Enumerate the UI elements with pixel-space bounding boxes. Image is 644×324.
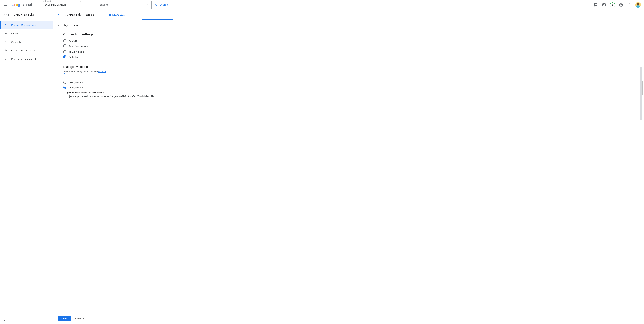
radio-icon: [63, 55, 66, 58]
sidebar-item-oauth[interactable]: OAuth consent screen: [0, 46, 53, 55]
agent-field-label: Agent or Environment resource name *: [65, 91, 104, 94]
enabled-apis-icon: [4, 23, 7, 26]
search-button-label: Search: [160, 3, 168, 6]
chat-plus-icon: [594, 3, 598, 7]
outer-scroll-thumb[interactable]: [642, 81, 643, 95]
hint-suffix: .: [63, 75, 64, 77]
svg-point-5: [629, 3, 630, 4]
svg-rect-10: [6, 42, 7, 42]
agent-resource-field: Agent or Environment resource name *: [63, 93, 166, 100]
dialogflow-hint: To choose a Dialogflow edition, see Edit…: [63, 70, 644, 77]
back-button[interactable]: [57, 13, 61, 17]
caret-down-icon: [77, 4, 79, 6]
main: API/Service Details DISABLE API Configur…: [54, 10, 644, 324]
api-chip: API: [4, 13, 10, 17]
library-icon: [4, 32, 7, 35]
sidebar-item-library[interactable]: Library: [0, 29, 53, 38]
sidebar-item-label: Page usage agreements: [11, 58, 37, 60]
avatar[interactable]: [635, 2, 641, 8]
menu-button[interactable]: [2, 1, 9, 9]
external-link-icon: [63, 73, 644, 75]
radio-icon: [63, 44, 66, 47]
consent-icon: [4, 49, 7, 52]
cancel-button[interactable]: CANCEL: [75, 318, 85, 320]
sidebar-item-label: Library: [11, 32, 18, 35]
search-button[interactable]: Search: [152, 1, 171, 9]
terminal-icon: [602, 3, 606, 7]
more-button[interactable]: [627, 3, 632, 7]
content-scroll[interactable]: Configuration Connection settings App UR…: [54, 20, 644, 313]
svg-line-1: [157, 5, 157, 6]
detail-title: API/Service Details: [66, 13, 95, 17]
radio-label: Dialogflow ES: [68, 81, 83, 84]
radio-icon: [63, 86, 66, 89]
arrow-left-icon: [57, 13, 61, 17]
project-selector-label: Project: [45, 0, 52, 2]
free-trial-badge[interactable]: 1: [610, 2, 615, 7]
sidebar: API APIs & Services Enabled APIs & servi…: [0, 10, 54, 324]
sidebar-item-label: Enabled APIs & services: [11, 24, 37, 26]
radio-apps-script[interactable]: Apps Script project: [63, 43, 644, 48]
dialogflow-title: Dialogflow settings: [63, 65, 644, 69]
radio-dialogflow-cx[interactable]: Dialogflow CX: [63, 85, 644, 90]
radio-dialogflow[interactable]: Dialogflow: [63, 54, 644, 59]
help-button[interactable]: [619, 3, 623, 7]
svg-point-17: [6, 59, 7, 60]
cloud-shell-button[interactable]: [602, 3, 606, 7]
collapse-sidebar-button[interactable]: [3, 319, 6, 322]
svg-point-0: [155, 4, 157, 5]
radio-label: Dialogflow CX: [68, 86, 83, 89]
search-input[interactable]: [97, 1, 145, 9]
svg-point-11: [5, 49, 5, 50]
search-box: Search: [96, 1, 171, 9]
editions-link[interactable]: Editions: [98, 70, 106, 73]
topbar: Google Cloud Project Dialogflow Chat app…: [0, 0, 644, 10]
svg-rect-2: [603, 3, 606, 6]
connection-title: Connection settings: [63, 32, 644, 36]
hint-prefix: To choose a Dialogflow edition, see: [63, 70, 98, 73]
clear-search-button[interactable]: [145, 1, 152, 9]
sidebar-item-agreements[interactable]: Page usage agreements: [0, 55, 53, 63]
feedback-button[interactable]: [594, 3, 598, 7]
search-icon: [155, 3, 158, 6]
shell: API APIs & Services Enabled APIs & servi…: [0, 10, 644, 324]
radio-app-url[interactable]: App URL: [63, 38, 644, 43]
svg-point-8: [4, 41, 6, 42]
outer-scroll-rail: [640, 20, 644, 313]
list-gear-icon: [4, 57, 7, 60]
google-wordmark: Google: [12, 3, 22, 7]
google-cloud-logo[interactable]: Google Cloud: [12, 3, 32, 7]
radio-pubsub[interactable]: Cloud Pub/Sub: [63, 49, 644, 54]
radio-label: Apps Script project: [68, 45, 88, 47]
radio-icon: [63, 81, 66, 84]
connection-settings: Connection settings App URL Apps Script …: [54, 30, 644, 101]
project-selector[interactable]: Project Dialogflow Chat app: [43, 1, 81, 8]
project-selector-value: Dialogflow Chat app: [45, 3, 66, 6]
sidebar-item-label: Credentials: [11, 41, 23, 43]
free-trial-count: 1: [612, 3, 613, 6]
radio-dialogflow-es[interactable]: Dialogflow ES: [63, 80, 644, 85]
sidebar-item-credentials[interactable]: Credentials: [0, 38, 53, 46]
radio-label: App URL: [68, 40, 78, 42]
radio-icon: [63, 39, 66, 42]
footer: SAVE CANCEL: [54, 313, 644, 324]
avatar-image: [635, 2, 641, 8]
stop-icon: [109, 14, 111, 16]
agent-field-input[interactable]: [63, 93, 166, 100]
svg-point-4: [621, 5, 621, 6]
sidebar-item-label: OAuth consent screen: [11, 49, 34, 52]
hamburger-icon: [4, 3, 7, 6]
sidebar-item-enabled-apis[interactable]: Enabled APIs & services: [0, 21, 53, 29]
close-icon: [147, 3, 150, 6]
chevron-left-icon: [3, 319, 6, 322]
svg-point-13: [5, 50, 5, 51]
sidebar-title: APIs & Services: [12, 13, 37, 17]
svg-point-6: [629, 4, 630, 5]
cloud-wordmark: Cloud: [23, 3, 32, 7]
radio-icon: [63, 50, 66, 53]
svg-point-16: [6, 51, 6, 51]
help-icon: [619, 3, 623, 7]
svg-point-15: [6, 50, 6, 51]
disable-api-button[interactable]: DISABLE API: [109, 13, 127, 16]
save-button[interactable]: SAVE: [58, 316, 71, 322]
